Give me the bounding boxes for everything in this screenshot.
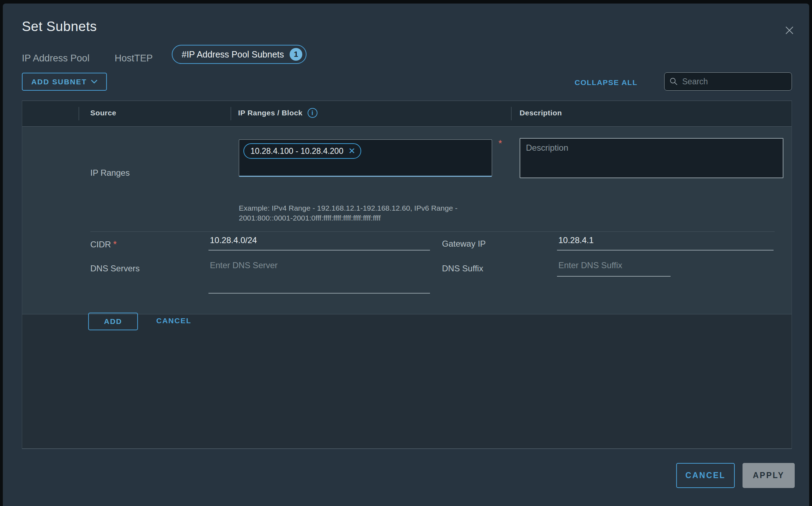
ip-ranges-helper-text: Example: IPv4 Range - 192.168.12.1-192.1… — [239, 203, 490, 223]
column-header-description: Description — [520, 109, 562, 117]
close-icon — [784, 25, 795, 36]
add-button[interactable]: ADD — [88, 313, 138, 330]
required-marker: * — [111, 239, 117, 249]
search-icon — [669, 77, 678, 86]
ip-ranges-input[interactable]: 10.28.4.100 - 10.28.4.200 ✕ — [239, 139, 492, 177]
tab-hosttep[interactable]: HostTEP — [115, 53, 153, 64]
cancel-link[interactable]: CANCEL — [156, 317, 192, 325]
cidr-input[interactable] — [208, 235, 430, 251]
chip-remove-button[interactable]: ✕ — [348, 147, 355, 155]
tab-ip-address-pool[interactable]: IP Address Pool — [22, 53, 90, 64]
dns-servers-field — [208, 258, 430, 294]
table-header-row: Source IP Ranges / Block i Description — [22, 101, 792, 127]
search-input[interactable] — [682, 77, 787, 86]
subnets-table: Source IP Ranges / Block i Description I… — [22, 101, 792, 449]
dns-suffix-field — [557, 258, 671, 277]
form-divider — [90, 231, 775, 232]
column-separator — [231, 107, 231, 120]
page-title: Set Subnets — [22, 19, 97, 34]
add-subnet-label: ADD SUBNET — [31, 78, 87, 86]
footer-cancel-button[interactable]: CANCEL — [676, 463, 735, 488]
page-background: Set Subnets IP Address Pool HostTEP #IP … — [0, 0, 812, 506]
ip-range-chip-value: 10.28.4.100 - 10.28.4.200 — [250, 146, 343, 156]
description-textarea[interactable] — [520, 138, 783, 178]
gateway-ip-label: Gateway IP — [442, 239, 486, 249]
dns-servers-label: DNS Servers — [90, 264, 140, 273]
cidr-label-text: CIDR — [90, 240, 111, 249]
pill-label: #IP Address Pool Subnets — [182, 49, 284, 60]
ip-ranges-label: IP Ranges — [90, 168, 130, 178]
required-marker: * — [496, 138, 502, 149]
subnet-form-row: IP Ranges 10.28.4.100 - 10.28.4.200 ✕ * … — [22, 127, 792, 314]
dns-suffix-input[interactable] — [557, 258, 671, 272]
info-icon[interactable]: i — [308, 108, 317, 118]
add-subnet-button[interactable]: ADD SUBNET — [22, 73, 107, 91]
tab-ip-address-pool-subnets[interactable]: #IP Address Pool Subnets 1 — [172, 45, 307, 64]
footer-apply-button[interactable]: APPLY — [743, 463, 795, 488]
ip-range-chip: 10.28.4.100 - 10.28.4.200 ✕ — [243, 143, 361, 159]
gateway-ip-input[interactable] — [557, 235, 774, 251]
dns-suffix-label: DNS Suffix — [442, 264, 483, 273]
collapse-all-button[interactable]: COLLAPSE ALL — [575, 78, 637, 87]
column-header-label: IP Ranges / Block — [238, 109, 303, 117]
column-header-ip-ranges-block: IP Ranges / Block i — [238, 108, 317, 118]
column-separator — [511, 107, 511, 120]
column-header-source: Source — [90, 109, 116, 117]
set-subnets-dialog: Set Subnets IP Address Pool HostTEP #IP … — [3, 4, 809, 506]
column-separator — [79, 107, 79, 120]
search-box — [664, 72, 792, 91]
dns-servers-input[interactable] — [208, 258, 430, 272]
chevron-down-icon — [91, 80, 97, 84]
cidr-label: CIDR* — [90, 239, 117, 250]
close-button[interactable] — [782, 23, 797, 38]
count-badge: 1 — [290, 48, 302, 61]
